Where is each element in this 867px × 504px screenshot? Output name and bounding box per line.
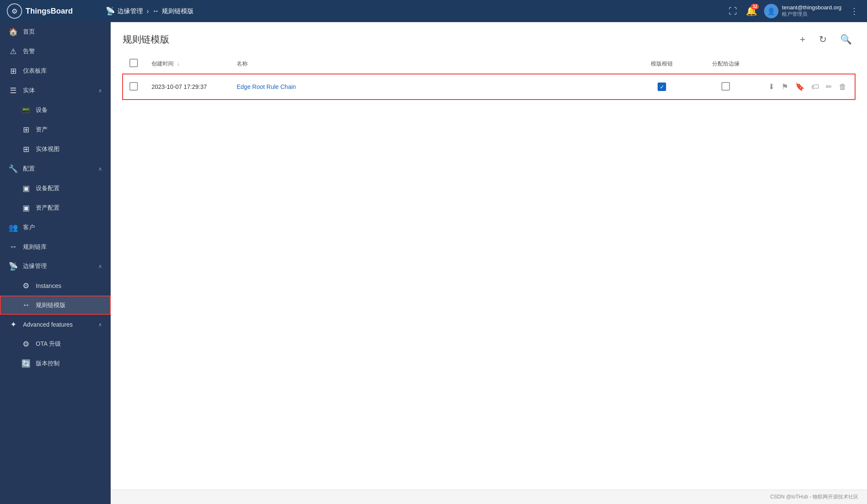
row-checkbox[interactable] bbox=[129, 82, 138, 91]
edge-icon: 📡 bbox=[9, 262, 18, 271]
entity-icon: ☰ bbox=[9, 86, 18, 95]
header-checkbox[interactable] bbox=[123, 54, 145, 74]
sidebar-label-version: 版本控制 bbox=[36, 360, 102, 367]
ota-icon: ⚙ bbox=[21, 339, 31, 349]
add-button[interactable]: + bbox=[796, 32, 809, 47]
wifi-icon: 📡 bbox=[106, 6, 115, 16]
advanced-icon: ✦ bbox=[9, 320, 18, 329]
sidebar-item-instances[interactable]: ⚙ Instances bbox=[0, 276, 111, 296]
sidebar-label-instances: Instances bbox=[36, 282, 102, 289]
sidebar-label-asset-profile: 资产配置 bbox=[36, 204, 102, 212]
table-body: 2023-10-07 17:29:37 Edge Root Rule Chain… bbox=[123, 74, 855, 100]
sidebar-item-entity-view[interactable]: ⊞ 实体视图 bbox=[0, 140, 111, 159]
row-actions: ⬇ ⚑ 🔖 🏷 ✏ 🗑 bbox=[767, 80, 848, 93]
logo-area: ⚙ ThingsBoard bbox=[7, 3, 100, 19]
breadcrumb-edge-mgmt[interactable]: 📡 边缘管理 bbox=[106, 6, 143, 16]
sidebar-group-advanced[interactable]: ✦ Advanced features ∧ bbox=[0, 315, 111, 334]
device-icon: 📟 bbox=[21, 105, 31, 115]
header-assign: 分配给边缘 bbox=[692, 54, 760, 74]
dashboard-icon: ⊞ bbox=[9, 66, 18, 76]
advanced-chevron-icon: ∧ bbox=[98, 322, 102, 327]
row-created-time: 2023-10-07 17:29:37 bbox=[145, 74, 230, 100]
row-assign-cell[interactable] bbox=[692, 74, 760, 100]
header-right: ⛶ 🔔 32 👤 tenant@thingsboard.org 租户管理员 ⋮ bbox=[727, 4, 860, 18]
sidebar-item-ota[interactable]: ⚙ OTA 升级 bbox=[0, 334, 111, 354]
entity-view-icon: ⊞ bbox=[21, 145, 31, 154]
edge-chevron-icon: ∧ bbox=[98, 263, 102, 269]
sidebar-item-device-profile[interactable]: ▣ 设备配置 bbox=[0, 179, 111, 198]
refresh-button[interactable]: ↻ bbox=[815, 32, 830, 47]
table-row: 2023-10-07 17:29:37 Edge Root Rule Chain… bbox=[123, 74, 855, 100]
breadcrumb: 📡 边缘管理 › ↔ 规则链模版 bbox=[106, 6, 722, 16]
sidebar-item-rule-chain[interactable]: ↔ 规则链库 bbox=[0, 237, 111, 256]
sidebar-item-home[interactable]: 🏠 首页 bbox=[0, 22, 111, 42]
header-created-time[interactable]: 创建时间 ↓ bbox=[145, 54, 230, 74]
sidebar-label-ota: OTA 升级 bbox=[36, 340, 102, 348]
bookmark-add-button[interactable]: 🔖 bbox=[793, 80, 806, 93]
avatar: 👤 bbox=[764, 4, 778, 18]
sidebar: 🏠 首页 ⚠ 告警 ⊞ 仪表板库 ☰ 实体 ∧ 📟 设备 ⊞ 资产 ⊞ 实体视图 bbox=[0, 22, 111, 504]
search-button[interactable]: 🔍 bbox=[837, 32, 855, 47]
table-header: 创建时间 ↓ 名称 模版根链 分配给边缘 bbox=[123, 54, 855, 74]
page-title: 规则链模版 bbox=[123, 33, 169, 46]
sidebar-group-edge[interactable]: 📡 边缘管理 ∧ bbox=[0, 256, 111, 276]
top-header: ⚙ ThingsBoard 📡 边缘管理 › ↔ 规则链模版 ⛶ 🔔 32 👤 … bbox=[0, 0, 867, 22]
select-all-checkbox[interactable] bbox=[129, 59, 138, 67]
logo-icon: ⚙ bbox=[7, 3, 22, 19]
page-header: 规则链模版 + ↻ 🔍 bbox=[111, 22, 867, 54]
bookmark-remove-button[interactable]: 🏷 bbox=[810, 81, 821, 93]
sidebar-label-customer: 客户 bbox=[23, 224, 102, 231]
footer: CSDN @IoTHub - 物联网开源技术社区 bbox=[111, 490, 867, 504]
more-options-button[interactable]: ⋮ bbox=[848, 4, 860, 18]
breadcrumb-rule-chain[interactable]: ↔ 规则链模版 bbox=[152, 7, 194, 15]
sidebar-label-device: 设备 bbox=[36, 106, 102, 114]
footer-text: CSDN @IoTHub - 物联网开源技术社区 bbox=[770, 494, 858, 500]
sort-icon: ↓ bbox=[177, 60, 180, 67]
instances-icon: ⚙ bbox=[21, 281, 31, 290]
rule-chain-table: 创建时间 ↓ 名称 模版根链 分配给边缘 bbox=[123, 54, 855, 100]
created-time-label: 创建时间 bbox=[152, 60, 174, 67]
notification-badge: 32 bbox=[751, 4, 759, 9]
delete-button[interactable]: 🗑 bbox=[837, 81, 848, 93]
header-name: 名称 bbox=[230, 54, 632, 74]
row-root-cell[interactable]: ✓ bbox=[632, 74, 692, 100]
sidebar-item-customer[interactable]: 👥 客户 bbox=[0, 218, 111, 237]
sidebar-item-alarm[interactable]: ⚠ 告警 bbox=[0, 42, 111, 61]
user-menu[interactable]: 👤 tenant@thingsboard.org 租户管理员 bbox=[764, 4, 841, 18]
sidebar-label-entity-view: 实体视图 bbox=[36, 145, 102, 153]
sidebar-group-entity[interactable]: ☰ 实体 ∧ bbox=[0, 81, 111, 100]
header-root: 模版根链 bbox=[632, 54, 692, 74]
sidebar-item-dashboard[interactable]: ⊞ 仪表板库 bbox=[0, 61, 111, 81]
row-checkbox-cell[interactable] bbox=[123, 74, 145, 100]
table-container: 创建时间 ↓ 名称 模版根链 分配给边缘 bbox=[111, 54, 867, 272]
root-checked-icon: ✓ bbox=[658, 83, 666, 91]
row-actions-cell: ⬇ ⚑ 🔖 🏷 ✏ 🗑 bbox=[760, 74, 855, 100]
rule-chain-icon: ↔ bbox=[9, 242, 18, 251]
fullscreen-button[interactable]: ⛶ bbox=[727, 5, 739, 18]
sidebar-label-entity: 实体 bbox=[23, 87, 93, 94]
row-name[interactable]: Edge Root Rule Chain bbox=[230, 74, 632, 100]
edit-button[interactable]: ✏ bbox=[824, 80, 834, 93]
sidebar-label-advanced: Advanced features bbox=[23, 321, 93, 328]
rule-chain-breadcrumb-icon: ↔ bbox=[152, 7, 159, 15]
main-layout: 🏠 首页 ⚠ 告警 ⊞ 仪表板库 ☰ 实体 ∧ 📟 设备 ⊞ 资产 ⊞ 实体视图 bbox=[0, 22, 867, 504]
flag-button[interactable]: ⚑ bbox=[780, 80, 790, 93]
breadcrumb-edge-label: 边缘管理 bbox=[117, 7, 143, 15]
device-profile-icon: ▣ bbox=[21, 184, 31, 193]
sidebar-label-home: 首页 bbox=[23, 28, 102, 36]
asset-profile-icon: ▣ bbox=[21, 203, 31, 213]
sidebar-item-asset[interactable]: ⊞ 资产 bbox=[0, 120, 111, 140]
export-button[interactable]: ⬇ bbox=[767, 80, 776, 93]
sidebar-item-device[interactable]: 📟 设备 bbox=[0, 100, 111, 120]
sidebar-label-device-profile: 设备配置 bbox=[36, 185, 102, 192]
sidebar-label-rule-chain-template: 规则链模版 bbox=[36, 302, 102, 309]
sidebar-item-version[interactable]: 🔄 版本控制 bbox=[0, 354, 111, 373]
customer-icon: 👥 bbox=[9, 223, 18, 232]
sidebar-item-rule-chain-template[interactable]: ↔ 规则链模版 bbox=[0, 296, 111, 315]
sidebar-group-config[interactable]: 🔧 配置 ∧ bbox=[0, 159, 111, 179]
user-email: tenant@thingsboard.org bbox=[782, 4, 841, 11]
rule-chain-template-icon: ↔ bbox=[21, 301, 31, 310]
sidebar-item-asset-profile[interactable]: ▣ 资产配置 bbox=[0, 198, 111, 218]
assign-label: 分配给边缘 bbox=[712, 60, 740, 67]
notification-button[interactable]: 🔔 32 bbox=[746, 6, 757, 17]
